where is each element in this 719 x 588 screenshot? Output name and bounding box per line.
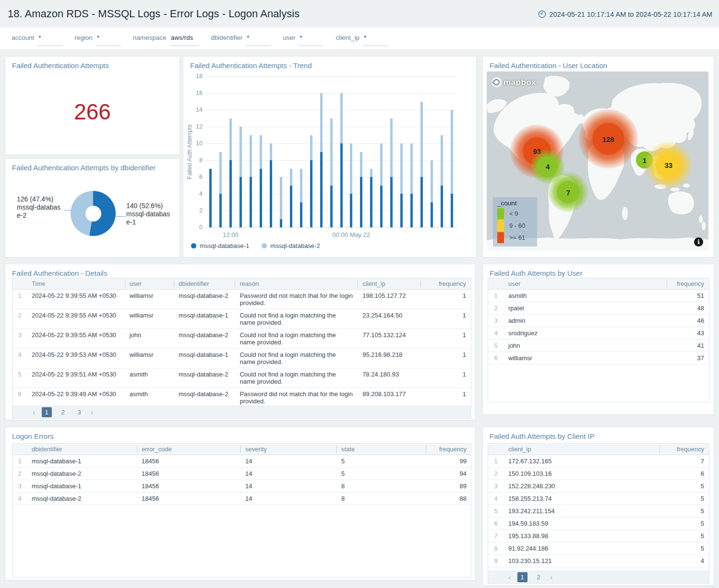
bar-mssql-database-2[interactable] bbox=[280, 177, 282, 219]
bar-mssql-database-1[interactable] bbox=[250, 177, 252, 227]
bar-mssql-database-1[interactable] bbox=[290, 186, 292, 228]
filter-value-input[interactable]: * bbox=[37, 34, 62, 46]
bar-mssql-database-1[interactable] bbox=[360, 177, 362, 227]
bar-mssql-database-1[interactable] bbox=[280, 219, 282, 228]
bar-mssql-database-1[interactable] bbox=[260, 169, 262, 228]
column-header[interactable]: user bbox=[125, 278, 174, 290]
bar-mssql-database-2[interactable] bbox=[330, 118, 333, 186]
column-header[interactable]: frequency bbox=[659, 444, 709, 455]
map-cluster-7[interactable]: 7 bbox=[566, 188, 570, 196]
filter-value-input[interactable]: * bbox=[363, 34, 388, 46]
pagination-prev[interactable]: ‹ bbox=[508, 573, 511, 581]
pagination-next[interactable]: › bbox=[550, 573, 553, 581]
pagination-next[interactable]: › bbox=[91, 408, 94, 416]
map-info-button[interactable]: i bbox=[694, 237, 703, 247]
bar-mssql-database-2[interactable] bbox=[350, 143, 352, 194]
bar-mssql-database-2[interactable] bbox=[360, 152, 362, 177]
bar-mssql-database-2[interactable] bbox=[390, 118, 393, 177]
pagination-page[interactable]: 2 bbox=[534, 572, 544, 582]
bar-mssql-database-1[interactable] bbox=[330, 186, 333, 228]
bar-mssql-database-1[interactable] bbox=[270, 160, 272, 227]
pagination-page[interactable]: 2 bbox=[58, 407, 68, 417]
column-header[interactable]: Time bbox=[27, 278, 125, 290]
pagination-page[interactable]: 1 bbox=[517, 572, 527, 582]
column-header[interactable]: state bbox=[336, 444, 426, 455]
bar-mssql-database-2[interactable] bbox=[370, 169, 372, 177]
bar-mssql-database-2[interactable] bbox=[270, 143, 272, 160]
filter-value-input[interactable]: * bbox=[299, 34, 324, 46]
pie-leader-line bbox=[115, 216, 126, 217]
bar-mssql-database-1[interactable] bbox=[400, 194, 403, 227]
bar-mssql-database-2[interactable] bbox=[260, 135, 262, 169]
filter-value-input[interactable]: aws/rds bbox=[170, 34, 199, 46]
bar-mssql-database-1[interactable] bbox=[340, 143, 343, 227]
donut-chart[interactable] bbox=[71, 191, 116, 236]
trend-legend: mssql-database-1mssql-database-2 bbox=[191, 242, 320, 249]
bar-mssql-database-2[interactable] bbox=[290, 169, 292, 186]
column-header[interactable]: reason bbox=[235, 278, 358, 290]
bar-mssql-database-1[interactable] bbox=[219, 194, 222, 227]
panel-details: Failed Authentication - Details Timeuser… bbox=[5, 264, 476, 420]
column-header[interactable] bbox=[488, 444, 503, 455]
column-header[interactable]: frequency bbox=[420, 278, 471, 290]
bar-mssql-database-2[interactable] bbox=[400, 143, 403, 194]
bar-mssql-database-2[interactable] bbox=[250, 135, 252, 177]
bar-mssql-database-2[interactable] bbox=[441, 135, 443, 186]
bar-mssql-database-2[interactable] bbox=[451, 110, 453, 194]
filter-value-input[interactable]: * bbox=[96, 34, 121, 46]
bar-mssql-database-1[interactable] bbox=[390, 177, 393, 227]
bar-mssql-database-1[interactable] bbox=[451, 194, 453, 227]
column-header[interactable] bbox=[12, 444, 27, 455]
bar-mssql-database-1[interactable] bbox=[441, 186, 443, 228]
bar-mssql-database-1[interactable] bbox=[410, 194, 413, 227]
bar-mssql-database-2[interactable] bbox=[310, 135, 312, 161]
bar-mssql-database-2[interactable] bbox=[219, 152, 222, 194]
pagination-page[interactable]: 1 bbox=[42, 407, 52, 417]
bar-mssql-database-2[interactable] bbox=[340, 93, 343, 143]
bar-mssql-database-1[interactable] bbox=[431, 202, 433, 228]
bar-mssql-database-1[interactable] bbox=[350, 194, 352, 227]
column-header[interactable]: severity bbox=[240, 444, 336, 455]
bar-mssql-database-1[interactable] bbox=[300, 202, 302, 228]
pie-leader-line bbox=[64, 210, 71, 211]
column-header[interactable]: frequency bbox=[426, 444, 471, 455]
column-header[interactable]: client_ip bbox=[503, 444, 659, 455]
map-cluster-4[interactable]: 4 bbox=[546, 163, 550, 171]
bar-mssql-database-1[interactable] bbox=[370, 177, 372, 227]
column-header[interactable]: error_code bbox=[137, 444, 240, 455]
pagination-page[interactable]: 3 bbox=[74, 407, 84, 417]
world-map[interactable]: mapbox 9347128133 _count < 99 - 60>= 61 … bbox=[487, 71, 708, 251]
time-range-picker[interactable]: 2024-05-21 10:17:14 AM to 2024-05-22 10:… bbox=[538, 10, 712, 18]
mapbox-wordmark: mapbox bbox=[503, 78, 536, 87]
map-cluster-33[interactable]: 33 bbox=[664, 161, 672, 169]
column-header[interactable]: frequency bbox=[667, 278, 709, 290]
map-cluster-128[interactable]: 128 bbox=[602, 135, 614, 143]
bar-mssql-database-2[interactable] bbox=[431, 160, 433, 202]
bar-mssql-database-1[interactable] bbox=[320, 152, 323, 228]
column-header[interactable]: dbidentifier bbox=[174, 278, 235, 290]
mapbox-logo[interactable]: mapbox bbox=[491, 77, 536, 87]
column-header[interactable] bbox=[488, 278, 503, 290]
bar-mssql-database-2[interactable] bbox=[380, 143, 383, 186]
panel-title: Failed Authentication Attempts - Trend bbox=[190, 61, 312, 70]
bar-mssql-database-1[interactable] bbox=[209, 169, 212, 228]
column-header[interactable]: client_ip bbox=[358, 278, 420, 290]
bar-mssql-database-2[interactable] bbox=[300, 169, 302, 202]
legend-item-mssql-database-2[interactable]: mssql-database-2 bbox=[262, 242, 320, 249]
column-header[interactable]: dbidentifier bbox=[27, 444, 137, 455]
bar-mssql-database-1[interactable] bbox=[310, 160, 312, 227]
bar-mssql-database-2[interactable] bbox=[320, 93, 323, 152]
bar-mssql-database-2[interactable] bbox=[410, 143, 413, 194]
bar-mssql-database-1[interactable] bbox=[420, 177, 423, 227]
bar-mssql-database-1[interactable] bbox=[380, 186, 383, 228]
bar-mssql-database-1[interactable] bbox=[240, 177, 242, 227]
bar-mssql-database-2[interactable] bbox=[420, 102, 423, 177]
pagination-prev[interactable]: ‹ bbox=[33, 408, 36, 416]
column-header[interactable]: user bbox=[503, 278, 667, 290]
legend-item-mssql-database-1[interactable]: mssql-database-1 bbox=[191, 242, 249, 249]
filter-value-input[interactable]: * bbox=[246, 34, 271, 46]
bar-mssql-database-1[interactable] bbox=[229, 160, 232, 227]
bar-mssql-database-2[interactable] bbox=[240, 127, 242, 177]
column-header[interactable] bbox=[12, 278, 27, 290]
bar-mssql-database-2[interactable] bbox=[229, 118, 232, 161]
